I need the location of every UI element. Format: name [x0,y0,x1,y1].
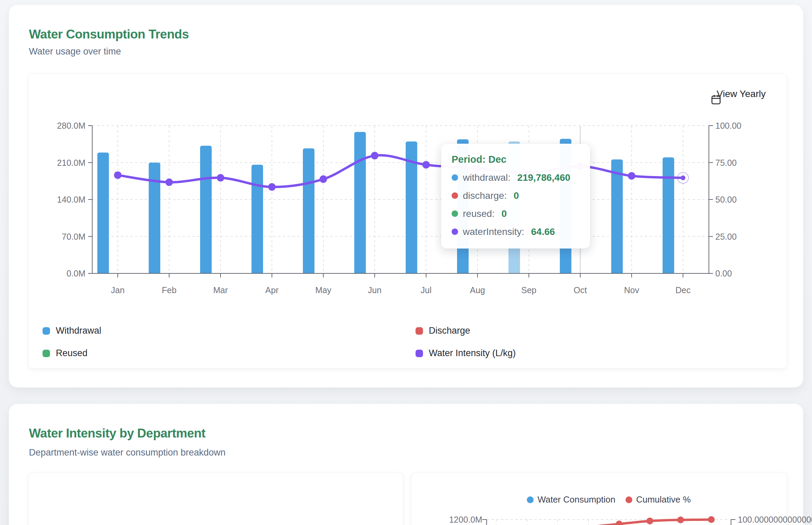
legend-item-reused[interactable]: Reused [43,348,88,359]
tooltip-value: 0 [514,190,519,201]
cumulative-point[interactable] [708,516,715,523]
x-tick-label-jul: Jul [420,285,431,295]
withdrawal-bar-apr[interactable] [251,165,263,273]
pareto-chart[interactable] [411,472,786,525]
x-tick-label-aug: Aug [470,285,485,295]
water-intensity-point-apr[interactable] [268,183,276,191]
x-tick-label-feb: Feb [162,285,176,295]
y-left-tick-label: 280.0M [57,121,86,131]
tooltip-row-withdrawal: withdrawal: 219,786,460 [451,168,580,186]
x-tick-label-may: May [315,285,332,295]
tooltip-value: 0 [501,208,507,219]
legend-item-discharge[interactable]: Discharge [415,326,470,336]
reused-dot-icon [451,210,458,217]
tooltip-row-water-intensity: waterIntensity: 64.66 [451,223,580,241]
water-intensity-legend-label: Water Intensity (L/kg) [429,348,516,359]
water-intensity-point-jun[interactable] [371,152,379,159]
discharge-legend-swatch [415,327,423,335]
x-tick-label-apr: Apr [265,285,279,295]
water-intensity-point-nov[interactable] [628,172,635,180]
x-tick-label-jun: Jun [368,285,382,295]
y-left-tick-label: 210.0M [57,158,86,167]
chart-tooltip: Period: Dec withdrawal: 219,786,460 disc… [441,144,590,249]
cumulative-point[interactable] [616,521,623,525]
legend-item-water-intensity[interactable]: Water Intensity (L/kg) [415,348,516,359]
withdrawal-bar-may[interactable] [303,148,315,273]
withdrawal-legend-swatch [43,327,50,335]
cumulative-point[interactable] [647,518,654,524]
water-consumption-chart[interactable]: 280.0M210.0M140.0M70.0M0.0M100.0075.0050… [28,74,786,305]
tooltip-row-discharge: discharge: 0 [451,186,580,205]
tooltip-label: waterIntensity: [463,226,524,237]
withdrawal-legend-label: Withdrawal [56,326,102,336]
withdrawal-bar-feb[interactable] [149,163,160,274]
water-intensity-dot-icon [451,228,458,235]
department-chart-panel-left [28,472,403,525]
dashboard-page: Water Consumption Trends Water usage ove… [0,0,812,525]
discharge-legend-label: Discharge [429,326,470,336]
card2-subtitle: Department-wise water consumption breakd… [29,448,226,457]
y-right-tick-label: 25.00 [715,232,737,241]
card1-subtitle: Water usage over time [29,47,121,56]
water-intensity-point-jul[interactable] [422,161,430,168]
water-intensity-point-dec[interactable] [680,175,685,180]
water-intensity-point-may[interactable] [320,175,327,183]
water-intensity-point-jan[interactable] [114,171,122,179]
tooltip-label: discharge: [463,190,507,201]
withdrawal-dot-icon [451,174,458,181]
withdrawal-bar-nov[interactable] [611,159,623,273]
legend-item-withdrawal[interactable]: Withdrawal [43,326,102,336]
x-tick-label-jan: Jan [111,285,125,295]
x-tick-label-sep: Sep [521,285,536,295]
y-right-tick-label: 0.00 [715,269,732,278]
tooltip-value: 64.66 [531,226,555,237]
tooltip-label: withdrawal: [463,172,510,183]
discharge-dot-icon [451,192,458,199]
withdrawal-bar-jun[interactable] [354,132,366,273]
tooltip-row-reused: reused: 0 [451,205,580,223]
withdrawal-bar-jan[interactable] [97,152,109,273]
x-tick-label-mar: Mar [213,285,228,295]
x-tick-label-dec: Dec [676,285,690,295]
y-right-tick-label: 100.00 [715,121,741,131]
card1-title: Water Consumption Trends [29,28,189,41]
tooltip-period: Period: Dec [451,153,580,166]
y-left-tick-label: 0.0M [66,269,86,278]
withdrawal-bar-mar[interactable] [200,146,212,273]
y-right-tick-label: 75.00 [715,158,737,167]
card2-title: Water Intensity by Department [29,427,205,439]
water-intensity-point-feb[interactable] [165,178,173,186]
tooltip-value: 219,786,460 [517,172,570,183]
x-tick-label-nov: Nov [624,285,640,295]
reused-legend-label: Reused [56,348,88,359]
y-left-tick-label: 140.0M [57,195,86,204]
tooltip-label: reused: [463,208,494,219]
cumulative-point[interactable] [677,516,684,523]
x-tick-label-oct: Oct [574,285,587,295]
y-left-tick-label: 70.0M [62,232,86,241]
y-right-tick-label: 50.00 [715,195,737,204]
withdrawal-bar-dec[interactable] [663,157,674,273]
water-intensity-legend-swatch [415,350,423,357]
water-intensity-point-mar[interactable] [217,174,224,181]
reused-legend-swatch [43,350,50,357]
